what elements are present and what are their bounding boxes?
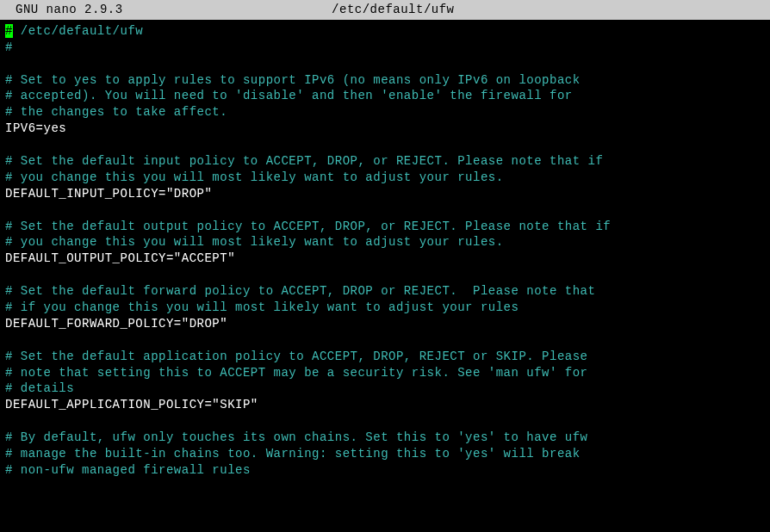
editor-line: # accepted). You will need to 'disable' …	[5, 88, 765, 104]
comment-text: /etc/default/ufw	[13, 24, 143, 38]
editor-line: DEFAULT_FORWARD_POLICY="DROP"	[5, 316, 765, 332]
editor-line: IPV6=yes	[5, 121, 765, 137]
editor-line	[5, 267, 765, 283]
editor-line: DEFAULT_APPLICATION_POLICY="SKIP"	[5, 397, 765, 413]
editor-line: # manage the built-in chains too. Warnin…	[5, 446, 765, 462]
editor-line	[5, 413, 765, 430]
editor-line: # Set the default application policy to …	[5, 349, 765, 365]
editor-line: # Set the default input policy to ACCEPT…	[5, 153, 765, 170]
nano-header: GNU nano 2.9.3 /etc/default/ufw	[0, 0, 770, 20]
editor-line: # non-ufw managed firewall rules	[5, 462, 765, 479]
editor-line: # Set the default forward policy to ACCE…	[5, 283, 765, 300]
editor-line	[5, 332, 765, 349]
cursor: #	[5, 24, 13, 38]
editor-line: # note that setting this to ACCEPT may b…	[5, 365, 765, 381]
editor-line: # Set the default output policy to ACCEP…	[5, 219, 765, 235]
editor-line: #	[5, 40, 765, 56]
editor-line: # /etc/default/ufw	[5, 23, 765, 40]
editor-line: DEFAULT_OUTPUT_POLICY="ACCEPT"	[5, 251, 765, 267]
editor-line: # if you change this you will most likel…	[5, 300, 765, 316]
editor-line: # you change this you will most likely w…	[5, 170, 765, 186]
editor-line	[5, 137, 765, 153]
editor-line: # By default, ufw only touches its own c…	[5, 430, 765, 446]
editor-line: # the changes to take affect.	[5, 104, 765, 121]
editor-line	[5, 56, 765, 72]
app-name: GNU nano 2.9.3	[3, 2, 123, 18]
editor-line: # Set to yes to apply rules to support I…	[5, 72, 765, 89]
editor-line	[5, 202, 765, 219]
editor-area[interactable]: # /etc/default/ufw# # Set to yes to appl…	[0, 20, 770, 482]
editor-line: # details	[5, 380, 765, 397]
editor-line: DEFAULT_INPUT_POLICY="DROP"	[5, 186, 765, 202]
file-path: /etc/default/ufw	[332, 2, 557, 18]
editor-line: # you change this you will most likely w…	[5, 234, 765, 251]
